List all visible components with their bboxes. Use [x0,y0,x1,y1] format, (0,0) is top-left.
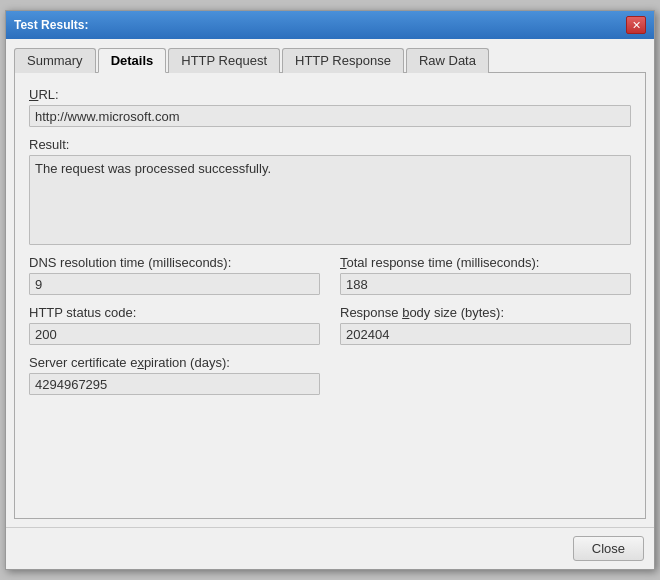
dialog-content: Summary Details HTTP Request HTTP Respon… [6,39,654,527]
tab-http-response[interactable]: HTTP Response [282,48,404,73]
http-status-field-group: HTTP status code: 200 [29,305,320,345]
dialog-footer: Close [6,527,654,569]
cert-value: 4294967295 [29,373,320,395]
title-bar: Test Results: ✕ [6,11,654,39]
dialog-window: Test Results: ✕ Summary Details HTTP Req… [5,10,655,570]
dns-label: DNS resolution time (milliseconds): [29,255,320,270]
result-textarea[interactable] [29,155,631,245]
response-body-value: 202404 [340,323,631,345]
dns-value: 9 [29,273,320,295]
tab-bar: Summary Details HTTP Request HTTP Respon… [14,47,646,73]
tab-summary[interactable]: Summary [14,48,96,73]
metrics-grid: DNS resolution time (milliseconds): 9 To… [29,255,631,395]
tab-raw-data[interactable]: Raw Data [406,48,489,73]
tab-details[interactable]: Details [98,48,167,73]
response-body-field-group: Response body size (bytes): 202404 [340,305,631,345]
url-field-group: URL: http://www.microsoft.com [29,87,631,127]
result-field-group: Result: [29,137,631,245]
http-status-label: HTTP status code: [29,305,320,320]
details-panel: URL: http://www.microsoft.com Result: DN… [14,73,646,519]
cert-label: Server certificate expiration (days): [29,355,320,370]
window-title: Test Results: [14,18,88,32]
dns-field-group: DNS resolution time (milliseconds): 9 [29,255,320,295]
result-label: Result: [29,137,631,152]
close-button[interactable]: Close [573,536,644,561]
window-close-button[interactable]: ✕ [626,16,646,34]
http-status-value: 200 [29,323,320,345]
url-label: URL: [29,87,631,102]
url-value: http://www.microsoft.com [29,105,631,127]
total-response-value: 188 [340,273,631,295]
tab-http-request[interactable]: HTTP Request [168,48,280,73]
total-response-field-group: Total response time (milliseconds): 188 [340,255,631,295]
response-body-label: Response body size (bytes): [340,305,631,320]
total-response-label: Total response time (milliseconds): [340,255,631,270]
cert-field-group: Server certificate expiration (days): 42… [29,355,320,395]
